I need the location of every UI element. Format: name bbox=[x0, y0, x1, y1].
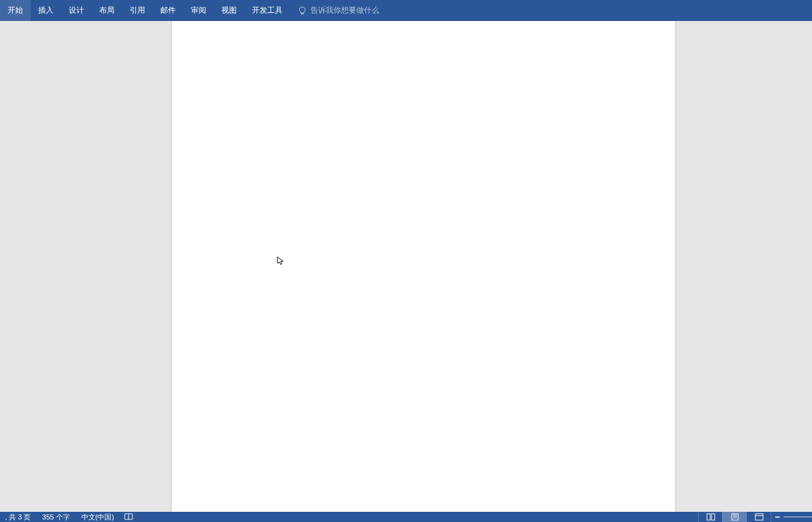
content-area bbox=[0, 21, 812, 512]
status-page-info[interactable]: , 共 3 页 bbox=[0, 512, 36, 522]
status-right: − bbox=[698, 512, 812, 522]
tell-me-search[interactable]: 告诉我你想要做什么 bbox=[298, 5, 379, 16]
tab-developer[interactable]: 开发工具 bbox=[244, 0, 290, 21]
status-macro-icon[interactable] bbox=[120, 512, 137, 522]
tab-review[interactable]: 审阅 bbox=[183, 0, 214, 21]
lightbulb-icon bbox=[298, 6, 307, 15]
status-word-count[interactable]: 355 个字 bbox=[37, 512, 74, 522]
search-placeholder-text: 告诉我你想要做什么 bbox=[311, 5, 379, 16]
svg-rect-3 bbox=[707, 514, 710, 520]
svg-rect-4 bbox=[711, 514, 715, 520]
view-read-mode-button[interactable] bbox=[698, 512, 722, 522]
status-language[interactable]: 中文(中国) bbox=[76, 512, 119, 522]
view-web-layout-button[interactable] bbox=[746, 512, 771, 522]
tab-mailings[interactable]: 邮件 bbox=[153, 0, 183, 21]
svg-rect-5 bbox=[732, 514, 738, 520]
tab-layout[interactable]: 布局 bbox=[92, 0, 122, 21]
ribbon-bar: 开始 插入 设计 布局 引用 邮件 审阅 视图 开发工具 告诉我你想要做什么 bbox=[0, 0, 812, 21]
status-bar: , 共 3 页 355 个字 中文(中国) bbox=[0, 512, 812, 522]
zoom-slider-track bbox=[783, 516, 812, 518]
tab-references[interactable]: 引用 bbox=[122, 0, 153, 21]
tab-view[interactable]: 视图 bbox=[214, 0, 244, 21]
zoom-slider[interactable] bbox=[783, 512, 812, 522]
status-left: , 共 3 页 355 个字 中文(中国) bbox=[0, 512, 137, 522]
tab-design[interactable]: 设计 bbox=[61, 0, 92, 21]
tab-insert[interactable]: 插入 bbox=[31, 0, 61, 21]
document-page[interactable] bbox=[172, 21, 675, 512]
svg-rect-9 bbox=[755, 514, 763, 520]
view-print-layout-button[interactable] bbox=[722, 512, 746, 522]
tab-home[interactable]: 开始 bbox=[0, 0, 31, 21]
zoom-out-button[interactable]: − bbox=[771, 512, 783, 522]
